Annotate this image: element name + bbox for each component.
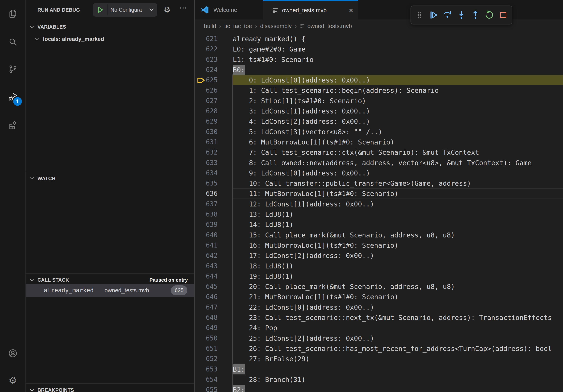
start-debug-icon[interactable] <box>96 6 104 14</box>
code-text[interactable]: L1: ts#1#0: Scenario <box>233 54 563 65</box>
line-number[interactable]: 650 <box>194 333 218 343</box>
breadcrumb-item[interactable]: disassembly <box>260 23 292 29</box>
code-text[interactable]: 19: LdU8(1) <box>233 271 563 281</box>
code-text[interactable]: 26: Call test_scenario::has_most_recent_… <box>233 343 563 354</box>
run-and-debug-icon[interactable]: 1 <box>8 92 18 102</box>
line-number[interactable]: 626 <box>194 85 218 95</box>
code-text[interactable]: 21: MutBorrowLoc[1](ts#1#0: Scenario) <box>233 292 563 302</box>
code-line[interactable]: 627 2: StLoc[1](ts#1#0: Scenario) <box>194 96 563 106</box>
line-number[interactable]: 652 <box>194 354 218 364</box>
code-line[interactable]: 642 17: LdConst[2](address: 0x00..) <box>194 250 563 261</box>
line-number[interactable]: 649 <box>194 323 218 333</box>
code-line[interactable]: 652 27: BrFalse(29) <box>194 354 563 364</box>
code-text[interactable]: 8: Call owned::new(address, address, vec… <box>233 158 563 168</box>
code-line[interactable]: 628 3: LdConst[1](address: 0x00..) <box>194 106 563 116</box>
locals-scope-row[interactable]: locals: already_marked <box>26 34 194 44</box>
more-actions-icon[interactable]: ⋯ <box>179 3 187 12</box>
breakpoints-section-header[interactable]: BREAKPOINTS <box>26 384 194 392</box>
code-line[interactable]: 630 5: LdConst[3](vector<u8>: "" /..) <box>194 127 563 137</box>
sidebar-editor-divider[interactable] <box>194 0 195 392</box>
code-text[interactable]: 2: StLoc[1](ts#1#0: Scenario) <box>233 96 563 106</box>
line-number[interactable]: 654 <box>194 374 218 385</box>
code-line[interactable]: 623L1: ts#1#0: Scenario <box>194 54 563 65</box>
code-line[interactable]: 621already_marked() { <box>194 34 563 44</box>
tab-welcome[interactable]: Welcome <box>194 0 263 20</box>
code-line[interactable]: 633 8: Call owned::new(address, address,… <box>194 158 563 168</box>
line-number[interactable]: 643 <box>194 261 218 271</box>
code-line[interactable]: 644 19: LdU8(1) <box>194 271 563 281</box>
code-line[interactable]: 651 26: Call test_scenario::has_most_rec… <box>194 343 563 354</box>
line-number[interactable]: 639 <box>194 220 218 230</box>
code-line[interactable]: 624B0: <box>194 65 563 75</box>
code-text[interactable]: 20: Call place_mark(&mut Scenario, addre… <box>233 281 563 292</box>
line-number[interactable]: 642 <box>194 250 218 261</box>
step-over-icon[interactable] <box>443 10 452 20</box>
code-line[interactable]: 643 18: LdU8(1) <box>194 261 563 271</box>
line-number[interactable]: 640 <box>194 230 218 240</box>
code-text[interactable]: 6: MutBorrowLoc[1](ts#1#0: Scenario) <box>233 137 563 147</box>
code-text[interactable]: 1: Call test_scenario::begin(address): S… <box>233 85 563 95</box>
code-text[interactable]: 4: LdConst[2](address: 0x00..) <box>233 116 563 127</box>
line-number[interactable]: 629 <box>194 116 218 127</box>
line-number[interactable]: 622 <box>194 44 218 54</box>
stop-icon[interactable] <box>499 10 508 20</box>
debug-settings-gear-icon[interactable]: ⚙ <box>164 5 170 15</box>
settings-gear-icon[interactable]: ⚙ <box>8 376 18 385</box>
line-number[interactable]: 637 <box>194 199 218 209</box>
code-text[interactable]: B0: <box>233 65 563 75</box>
breadcrumb-file[interactable]: owned_tests.mvb <box>307 23 352 29</box>
code-text[interactable]: 11: MutBorrowLoc[1](ts#1#0: Scenario) <box>233 188 563 199</box>
code-line[interactable]: 645 20: Call place_mark(&mut Scenario, a… <box>194 281 563 292</box>
code-text[interactable]: 7: Call test_scenario::ctx(&mut Scenario… <box>233 147 563 157</box>
code-line[interactable]: 655B2: <box>194 385 563 392</box>
code-line[interactable]: 634 9: LdConst[0](address: 0x00..) <box>194 168 563 178</box>
code-line[interactable]: 625 0: LdConst[0](address: 0x00..) <box>194 75 563 85</box>
variables-section-header[interactable]: VARIABLES <box>26 21 194 33</box>
stack-frame-row[interactable]: already_marked owned_tests.mvb 625 <box>26 284 194 297</box>
line-number[interactable]: 647 <box>194 302 218 313</box>
code-line[interactable]: 631 6: MutBorrowLoc[1](ts#1#0: Scenario) <box>194 137 563 147</box>
continue-icon[interactable] <box>429 10 438 20</box>
breadcrumb-item[interactable]: tic_tac_toe <box>224 23 252 29</box>
code-text[interactable]: 16: MutBorrowLoc[1](ts#1#0: Scenario) <box>233 240 563 250</box>
code-text[interactable]: 10: Call transfer::public_transfer<Game>… <box>233 178 563 188</box>
code-line[interactable]: 653B1: <box>194 364 563 374</box>
line-number[interactable]: 634 <box>194 168 218 178</box>
line-number[interactable]: 623 <box>194 54 218 65</box>
toolbar-drag-handle[interactable] <box>415 10 424 20</box>
account-icon[interactable] <box>8 349 18 358</box>
code-line[interactable]: 632 7: Call test_scenario::ctx(&mut Scen… <box>194 147 563 157</box>
line-number[interactable]: 638 <box>194 209 218 220</box>
line-number[interactable]: 621 <box>194 34 218 44</box>
breadcrumb-item[interactable]: build <box>204 23 216 29</box>
code-line[interactable]: 647 22: LdConst[0](address: 0x00..) <box>194 302 563 313</box>
line-number[interactable]: 655 <box>194 385 218 392</box>
code-line[interactable]: 648 23: Call test_scenario::next_tx(&mut… <box>194 313 563 323</box>
code-text[interactable]: 24: Pop <box>233 323 563 333</box>
code-text[interactable]: 18: LdU8(1) <box>233 261 563 271</box>
code-text[interactable]: 22: LdConst[0](address: 0x00..) <box>233 302 563 313</box>
line-number[interactable]: 624 <box>194 65 218 75</box>
code-text[interactable]: L0: game#2#0: Game <box>233 44 563 54</box>
code-text[interactable]: B2: <box>233 385 563 392</box>
line-number[interactable]: 644 <box>194 271 218 281</box>
code-line[interactable]: 641 16: MutBorrowLoc[1](ts#1#0: Scenario… <box>194 240 563 250</box>
launch-config-dropdown[interactable]: No Configura <box>93 3 157 17</box>
line-number[interactable]: 633 <box>194 158 218 168</box>
code-line[interactable]: 638 13: LdU8(1) <box>194 209 563 220</box>
line-number[interactable]: 632 <box>194 147 218 157</box>
watch-section-header[interactable]: WATCH <box>26 172 194 185</box>
code-line[interactable]: 640 15: Call place_mark(&mut Scenario, a… <box>194 230 563 240</box>
code-text[interactable]: 9: LdConst[0](address: 0x00..) <box>233 168 563 178</box>
code-line[interactable]: 646 21: MutBorrowLoc[1](ts#1#0: Scenario… <box>194 292 563 302</box>
code-text[interactable]: 0: LdConst[0](address: 0x00..) <box>233 75 563 85</box>
code-line[interactable]: 637 12: LdConst[1](address: 0x00..) <box>194 199 563 209</box>
code-text[interactable]: 12: LdConst[1](address: 0x00..) <box>233 199 563 209</box>
code-line[interactable]: 629 4: LdConst[2](address: 0x00..) <box>194 116 563 127</box>
close-icon[interactable]: ✕ <box>349 1 354 21</box>
code-text[interactable]: 25: LdConst[2](address: 0x00..) <box>233 333 563 343</box>
line-number[interactable]: 631 <box>194 137 218 147</box>
code-text[interactable]: B1: <box>233 364 563 374</box>
line-number[interactable]: 628 <box>194 106 218 116</box>
line-number[interactable]: 653 <box>194 364 218 374</box>
